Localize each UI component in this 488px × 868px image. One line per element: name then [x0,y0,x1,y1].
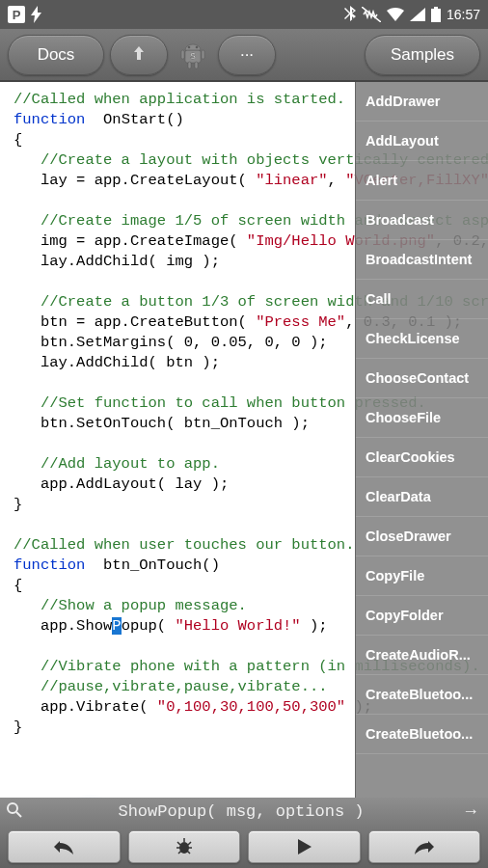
clock: 16:57 [447,7,480,22]
svg-rect-2 [181,50,184,59]
app-notification-badge: P [8,6,25,23]
run-button[interactable] [248,830,361,863]
autocomplete-item[interactable]: CopyFolder [356,596,488,636]
docs-button[interactable]: Docs [8,35,104,75]
autocomplete-item[interactable]: Alert [356,161,488,201]
more-button[interactable]: ··· [218,35,276,75]
svg-point-9 [8,803,17,813]
autocomplete-item[interactable]: AddLayout [356,122,488,161]
wifi-icon [387,8,404,21]
autocomplete-panel: AddDrawerAddLayoutAlertBroadcastBroadcas… [355,82,488,798]
svg-point-6 [188,46,190,48]
autocomplete-item[interactable]: CreateAudioR... [356,636,488,675]
search-button[interactable] [0,802,29,822]
vibrate-icon [362,7,381,22]
svg-line-10 [16,812,21,817]
bluetooth-icon [344,6,356,23]
signature-text: ShowPopup( msg, options ) [29,802,453,821]
samples-button[interactable]: Samples [365,35,480,75]
svg-line-0 [362,7,381,22]
svg-rect-4 [188,62,191,68]
upload-button[interactable] [110,35,168,75]
autocomplete-item[interactable]: CreateBluetoo... [356,715,488,754]
svg-rect-5 [195,62,198,68]
autocomplete-item[interactable]: BroadcastIntent [356,240,488,280]
autocomplete-item[interactable]: CloseDrawer [356,517,488,556]
signal-icon [410,8,425,21]
autocomplete-item[interactable]: CopyFile [356,556,488,596]
undo-button[interactable] [8,830,121,863]
autocomplete-item[interactable]: ClearData [356,477,488,517]
go-arrow-button[interactable]: → [453,801,488,822]
bottom-toolbar [0,826,488,868]
autocomplete-item[interactable]: CheckLicense [356,319,488,359]
battery-icon [431,7,441,22]
top-toolbar: Docs S ··· Samples [0,29,488,82]
autocomplete-item[interactable]: CreateBluetoo... [356,675,488,715]
svg-point-7 [196,46,198,48]
autocomplete-item[interactable]: AddDrawer [356,82,488,122]
android-logo-icon: S [174,41,212,69]
android-status-bar: P 16:57 [0,0,488,29]
bolt-icon [31,6,42,23]
signature-hint-bar: ShowPopup( msg, options ) → [0,798,488,826]
autocomplete-item[interactable]: Call [356,280,488,319]
autocomplete-item[interactable]: ClearCookies [356,438,488,477]
redo-button[interactable] [368,830,481,863]
svg-text:S: S [190,51,196,61]
autocomplete-item[interactable]: ChooseFile [356,398,488,438]
autocomplete-item[interactable]: ChooseContact [356,359,488,398]
autocomplete-item[interactable]: Broadcast [356,201,488,240]
svg-rect-3 [202,50,204,59]
debug-button[interactable] [128,830,241,863]
